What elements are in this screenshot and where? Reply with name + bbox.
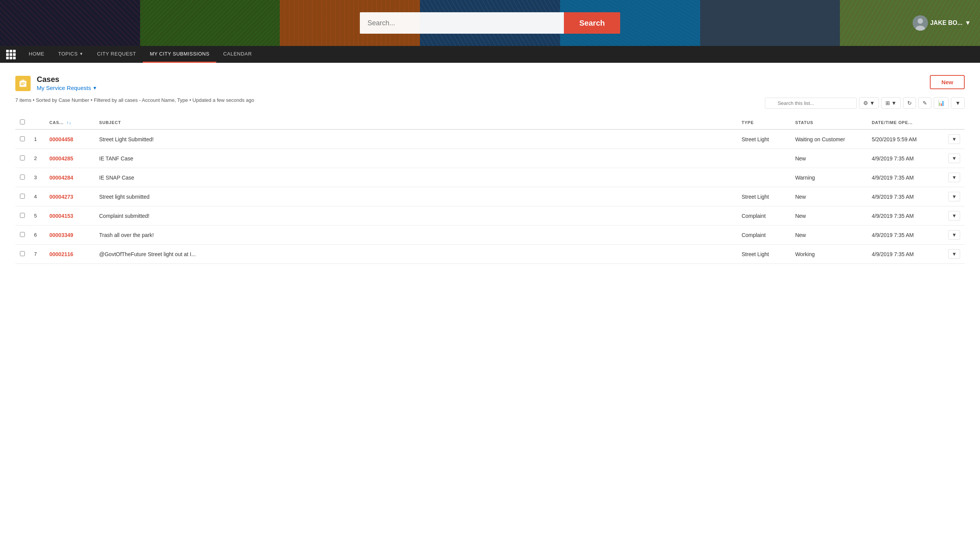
case-number-link[interactable]: 00004273: [49, 194, 73, 200]
row-action-cell: ▼: [944, 245, 965, 264]
cases-subtitle-dropdown[interactable]: My Service Requests ▼: [37, 85, 97, 91]
row-subject: Street Light Submitted!: [95, 129, 737, 149]
row-case-number: 00004284: [45, 168, 95, 187]
row-number: 6: [29, 225, 45, 245]
row-checkbox-cell: [15, 245, 29, 264]
cases-table-body: 1 00004458 Street Light Submitted! Stree…: [15, 129, 965, 264]
row-checkbox[interactable]: [20, 213, 25, 218]
row-number: 2: [29, 149, 45, 168]
grid-icon: [6, 50, 16, 59]
nav-item-city-request[interactable]: CITY REQUEST: [90, 46, 143, 63]
cases-table: CAS... ↑↓ SUBJECT TYPE STATUS DATE/TIME …: [15, 116, 965, 264]
svg-rect-4: [21, 80, 24, 82]
hero-img-1: [0, 0, 140, 46]
th-status: STATUS: [791, 116, 867, 129]
row-status: Working: [791, 245, 867, 264]
row-action-button[interactable]: ▼: [948, 192, 960, 201]
row-type: Street Light: [737, 187, 791, 206]
case-number-link[interactable]: 00003349: [49, 232, 73, 238]
th-case-number[interactable]: CAS... ↑↓: [45, 116, 95, 129]
app-launcher-button[interactable]: [0, 46, 22, 63]
new-case-button[interactable]: New: [930, 75, 965, 89]
row-checkbox-cell: [15, 129, 29, 149]
chart-button[interactable]: 📊: [934, 97, 949, 109]
list-toolbar: 🔍 ⚙ ▼ ⊞ ▼ ↻ ✎ 📊 ▼: [765, 97, 965, 109]
gear-icon: ⚙: [863, 100, 868, 106]
row-checkbox-cell: [15, 225, 29, 245]
chart-icon: 📊: [938, 100, 944, 106]
row-number: 4: [29, 187, 45, 206]
row-checkbox[interactable]: [20, 232, 25, 237]
search-list-input[interactable]: [765, 98, 857, 109]
row-type: Street Light: [737, 129, 791, 149]
row-checkbox-cell: [15, 206, 29, 225]
row-action-button[interactable]: ▼: [948, 134, 960, 144]
row-checkbox[interactable]: [20, 136, 25, 141]
row-date: 4/9/2019 7:35 AM: [867, 245, 944, 264]
nav-item-calendar[interactable]: CALENDAR: [216, 46, 259, 63]
refresh-button[interactable]: ↻: [903, 97, 916, 109]
svg-rect-3: [20, 81, 26, 87]
table-row: 4 00004273 Street light submitted Street…: [15, 187, 965, 206]
row-action-cell: ▼: [944, 225, 965, 245]
row-number: 1: [29, 129, 45, 149]
hero-banner: Search JAKE BO... ▼: [0, 0, 980, 46]
row-type: Street Light: [737, 245, 791, 264]
row-checkbox[interactable]: [20, 175, 25, 180]
case-number-link[interactable]: 00004285: [49, 155, 73, 162]
row-status: Warning: [791, 168, 867, 187]
cases-icon: [15, 76, 31, 91]
edit-button[interactable]: ✎: [918, 97, 931, 109]
select-all-checkbox[interactable]: [20, 119, 25, 124]
cases-title: Cases: [37, 75, 97, 84]
row-subject: Complaint submitted!: [95, 206, 737, 225]
case-number-link[interactable]: 00004458: [49, 136, 73, 142]
row-action-button[interactable]: ▼: [948, 230, 960, 240]
row-subject: Trash all over the park!: [95, 225, 737, 245]
nav-item-home[interactable]: HOME: [22, 46, 51, 63]
row-status: New: [791, 206, 867, 225]
cases-header: Cases My Service Requests ▼ New: [15, 75, 965, 91]
table-row: 3 00004284 IE SNAP Case Warning 4/9/2019…: [15, 168, 965, 187]
case-number-link[interactable]: 00004284: [49, 175, 73, 181]
th-checkbox: [15, 116, 29, 129]
filter-button[interactable]: ▼: [951, 97, 965, 109]
row-action-button[interactable]: ▼: [948, 154, 960, 163]
settings-button[interactable]: ⚙ ▼: [859, 97, 879, 109]
search-button[interactable]: Search: [564, 12, 620, 34]
page-body: Cases My Service Requests ▼ New 7 items …: [0, 63, 980, 549]
row-date: 4/9/2019 7:35 AM: [867, 225, 944, 245]
th-subject: SUBJECT: [95, 116, 737, 129]
hero-img-6: [700, 0, 840, 46]
table-row: 5 00004153 Complaint submitted! Complain…: [15, 206, 965, 225]
row-action-button[interactable]: ▼: [948, 211, 960, 221]
settings-dropdown-icon: ▼: [869, 100, 875, 106]
row-checkbox[interactable]: [20, 251, 25, 256]
row-checkbox[interactable]: [20, 194, 25, 199]
row-checkbox-cell: [15, 187, 29, 206]
row-date: 4/9/2019 7:35 AM: [867, 168, 944, 187]
th-type: TYPE: [737, 116, 791, 129]
nav-item-my-city-submissions[interactable]: MY CITY SUBMISSIONS: [143, 46, 216, 63]
search-input[interactable]: [360, 12, 564, 34]
nav-bar: HOME TOPICS ▼ CITY REQUEST MY CITY SUBMI…: [0, 46, 980, 63]
row-action-button[interactable]: ▼: [948, 173, 960, 182]
row-type: Complaint: [737, 225, 791, 245]
table-icon: ⊞: [885, 100, 890, 106]
user-menu[interactable]: JAKE BO... ▼: [913, 15, 971, 31]
th-date-opened: DATE/TIME OPE...: [867, 116, 944, 129]
sort-arrows-icon: ↑↓: [67, 120, 72, 125]
row-number: 7: [29, 245, 45, 264]
case-number-link[interactable]: 00004153: [49, 213, 73, 219]
search-list-wrapper: 🔍: [765, 98, 857, 109]
row-checkbox[interactable]: [20, 155, 25, 160]
nav-item-topics[interactable]: TOPICS ▼: [51, 46, 90, 63]
view-toggle-button[interactable]: ⊞ ▼: [881, 97, 901, 109]
row-case-number: 00004273: [45, 187, 95, 206]
row-subject: IE TANF Case: [95, 149, 737, 168]
row-status: New: [791, 225, 867, 245]
case-number-link[interactable]: 00002116: [49, 251, 73, 257]
filter-icon: ▼: [955, 100, 960, 106]
row-action-button[interactable]: ▼: [948, 249, 960, 259]
row-case-number: 00004153: [45, 206, 95, 225]
